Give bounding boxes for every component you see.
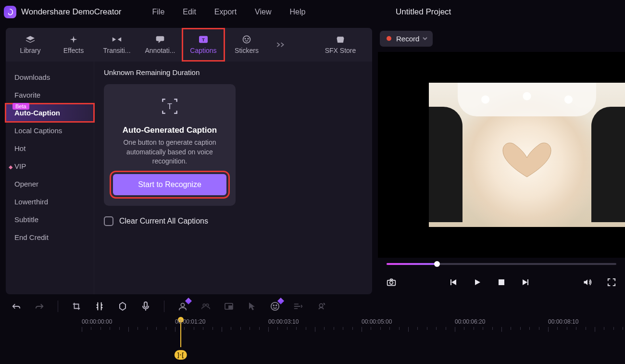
titlebar: Wondershare DemoCreator File Edit Export… (0, 0, 625, 24)
clear-captions-row[interactable]: Clear Current All Captions (104, 216, 362, 226)
layers-icon (25, 35, 36, 44)
volume-button[interactable] (583, 277, 592, 287)
tabs-more-button[interactable] (268, 41, 292, 48)
svg-rect-0 (156, 36, 164, 41)
svg-point-3 (243, 36, 250, 43)
svg-point-18 (276, 305, 277, 306)
stop-button[interactable] (497, 277, 506, 287)
svg-point-16 (271, 302, 279, 310)
split-button[interactable] (95, 301, 104, 311)
menu-edit[interactable]: Edit (183, 8, 196, 16)
tab-stickers[interactable]: Stickers (225, 28, 268, 62)
progress-fill (387, 263, 437, 265)
redo-button[interactable] (35, 301, 44, 311)
marker-button[interactable] (118, 301, 127, 311)
svg-point-12 (203, 304, 205, 306)
ruler-timestamp: 00:00:03:10 (268, 318, 299, 325)
timeline-ruler[interactable]: ]∙[ 00:00:00:0000:00:01:2000:00:03:1000:… (72, 318, 625, 333)
vip-icon: ◆ (9, 164, 13, 169)
sidebar-item-favorite[interactable]: Favorite (6, 86, 94, 104)
project-title: Untitled Project (225, 7, 621, 17)
svg-text:T: T (202, 38, 205, 42)
card-title: Auto-Generated Caption (123, 126, 217, 135)
tab-transitions[interactable]: Transiti... (95, 28, 138, 62)
tab-strip: Library Effects Transiti... Annotati... … (6, 28, 372, 62)
ruler-timestamp: 00:00:08:10 (548, 318, 578, 325)
svg-point-4 (245, 38, 246, 39)
crop-button[interactable] (72, 301, 81, 311)
svg-rect-9 (499, 279, 504, 285)
sparkle-icon (68, 35, 79, 44)
tab-annotations[interactable]: Annotati... (138, 28, 182, 62)
captions-sidebar: Downloads Favorite Beta Auto-Caption Loc… (6, 62, 94, 294)
svg-point-5 (248, 38, 249, 39)
sidebar-item-downloads[interactable]: Downloads (6, 68, 94, 86)
ruler-timestamp: 00:00:06:20 (455, 318, 485, 325)
chevron-down-icon (422, 35, 428, 43)
tab-captions[interactable]: T Captions (182, 28, 225, 62)
preview-controls (378, 270, 625, 294)
denoise-button[interactable] (316, 301, 326, 311)
speed-button[interactable] (293, 301, 303, 311)
sidebar-item-lowerthird[interactable]: Lowerthird (6, 193, 94, 211)
ruler-timestamp: 00:00:00:00 (82, 318, 112, 325)
chat-icon (155, 35, 165, 44)
sidebar-item-subtitle[interactable]: Subtitle (6, 211, 94, 228)
caption-panel: Unknown Remaining Duration T Auto-Genera… (94, 62, 372, 294)
progress-thumb[interactable] (434, 261, 440, 267)
sidebar-item-end-credit[interactable]: End Credit (6, 228, 94, 246)
store-icon (335, 35, 346, 44)
voiceover-button[interactable] (141, 301, 150, 311)
undo-button[interactable] (12, 301, 21, 311)
record-dot-icon (387, 36, 391, 41)
record-button[interactable]: Record (380, 31, 433, 47)
bowtie-icon (112, 35, 122, 44)
pip-button[interactable] (224, 301, 234, 311)
beta-badge: Beta (12, 103, 29, 110)
auto-caption-card: T Auto-Generated Caption One button to g… (104, 84, 236, 206)
sidebar-item-hot[interactable]: Hot (6, 139, 94, 157)
timeline-toolbar (0, 294, 625, 318)
app-name: Wondershare DemoCreator (21, 7, 122, 17)
snapshot-button[interactable] (387, 277, 396, 287)
smiley-icon (241, 35, 252, 44)
prev-frame-button[interactable] (449, 277, 458, 287)
auto-caption-icon: T (159, 96, 180, 117)
svg-point-11 (181, 303, 184, 307)
svg-rect-15 (229, 306, 232, 308)
ai-portrait-button[interactable] (178, 301, 188, 311)
sidebar-item-auto-caption[interactable]: Beta Auto-Caption (6, 104, 94, 122)
preview-progress[interactable] (378, 258, 625, 270)
svg-point-17 (273, 305, 274, 306)
sidebar-item-local-captions[interactable]: Local Captions (6, 122, 94, 139)
svg-point-13 (206, 304, 209, 306)
timeline: ]∙[ 00:00:00:0000:00:01:2000:00:03:1000:… (0, 294, 625, 364)
caption-status: Unknown Remaining Duration (104, 68, 362, 76)
clear-captions-checkbox[interactable] (104, 216, 113, 226)
card-description: One button to generate caption automatic… (112, 138, 227, 166)
play-button[interactable] (473, 277, 482, 287)
app-logo-icon (4, 6, 16, 18)
fullscreen-button[interactable] (607, 277, 616, 287)
face-effect-button[interactable] (270, 301, 280, 311)
cursor-button[interactable] (247, 301, 257, 311)
tab-effects[interactable]: Effects (52, 28, 95, 62)
start-recognize-button[interactable]: Start to Recognize (113, 174, 226, 195)
svg-rect-10 (144, 302, 147, 307)
next-frame-button[interactable] (521, 277, 530, 287)
library-pane: Library Effects Transiti... Annotati... … (6, 28, 372, 294)
playhead-handle-icon[interactable]: ]∙[ (175, 350, 187, 360)
tab-sfx-store[interactable]: SFX Store (312, 28, 369, 62)
svg-point-19 (319, 304, 323, 307)
menu-file[interactable]: File (152, 8, 165, 16)
preview-pane: Record (378, 28, 625, 294)
sidebar-item-opener[interactable]: Opener (6, 175, 94, 193)
tab-library[interactable]: Library (9, 28, 52, 62)
group-button[interactable] (201, 301, 211, 311)
svg-point-8 (390, 281, 393, 285)
preview-frame (429, 83, 625, 227)
ruler-timestamp: 00:00:01:20 (175, 318, 205, 325)
sidebar-item-vip[interactable]: ◆ VIP (6, 157, 94, 175)
video-preview[interactable] (378, 52, 625, 258)
svg-text:T: T (167, 102, 172, 111)
